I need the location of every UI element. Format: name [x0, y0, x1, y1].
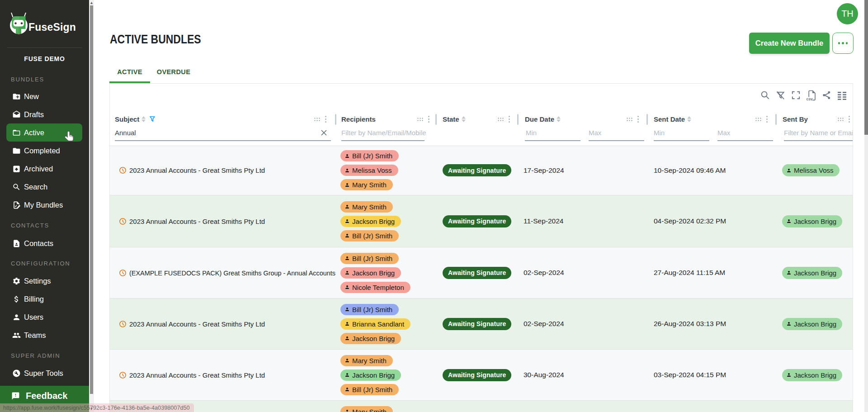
svg-text:csv: csv: [806, 97, 812, 101]
